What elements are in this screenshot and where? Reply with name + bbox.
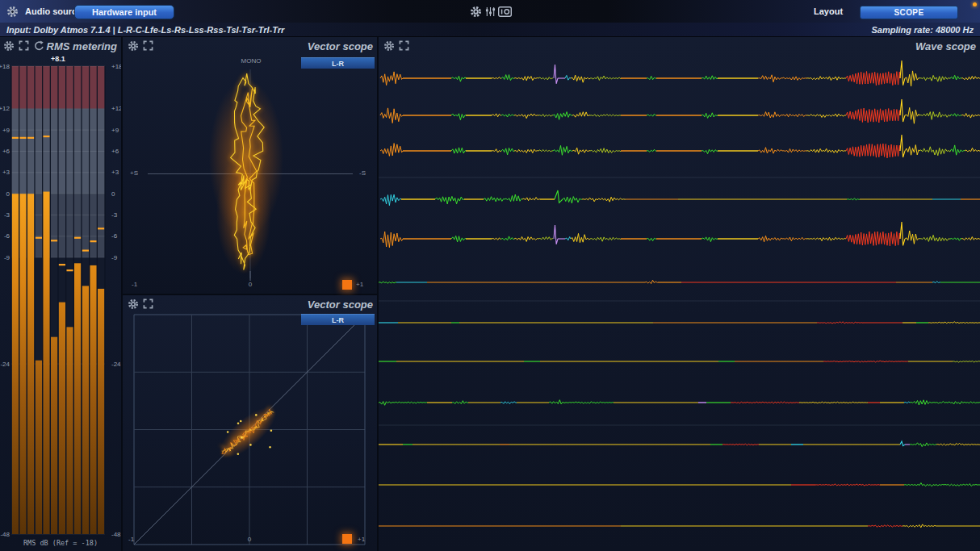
meter-scale-label: 0 xyxy=(6,190,10,198)
meter-scale-label: +12 xyxy=(0,105,10,112)
meter-scale-label: +9 xyxy=(111,127,119,134)
sampling-rate-label: Sampling rate: 48000 Hz xyxy=(871,25,974,35)
meter-scale-label: -3 xyxy=(4,211,10,219)
meter-scale-label: +3 xyxy=(2,169,10,176)
xy-scale-zero: 0 xyxy=(241,536,258,543)
meter-scale-label: -6 xyxy=(111,232,118,240)
meter-bar-C xyxy=(27,194,34,534)
meter-scale-label: +18 xyxy=(111,63,121,70)
peak-marker-Lfe xyxy=(36,237,42,239)
audio-source-label: Audio source xyxy=(25,6,82,16)
peak-marker-Lss xyxy=(59,264,65,265)
waveform-row-Tsl xyxy=(379,400,980,406)
faders-icon[interactable] xyxy=(485,6,496,17)
vs1-mode-button[interactable]: L-R xyxy=(301,57,375,69)
vectorscope-polar-display xyxy=(123,37,377,294)
meter-scale-label: -24 xyxy=(111,361,121,368)
peak-marker-Ls xyxy=(43,136,49,137)
meter-scale-label: +6 xyxy=(2,148,10,155)
meter-bar-Lfe xyxy=(36,361,42,534)
vectorscope-xy-display xyxy=(123,295,377,551)
waveform-row-C xyxy=(380,135,980,158)
waveform-display xyxy=(379,37,980,551)
waveform-row-Tsr xyxy=(379,441,980,447)
meter-bar-Ls xyxy=(43,192,49,534)
meter-scale-label: -3 xyxy=(111,211,118,219)
peak-marker-L xyxy=(12,137,19,139)
peak-marker-Tsl xyxy=(74,237,81,239)
meter-bar-Tsl xyxy=(74,263,81,534)
waveform-row-Ls xyxy=(380,222,980,248)
waveform-row-Lss xyxy=(379,322,980,324)
correlation-indicator xyxy=(342,534,352,544)
hardware-input-button[interactable]: Hardware input xyxy=(74,5,174,19)
meter-scale-label: -24 xyxy=(0,361,10,368)
peak-marker-Rss xyxy=(66,269,73,271)
plus-s-axis-label: +S xyxy=(130,169,138,177)
meter-scale-label: -48 xyxy=(0,531,10,538)
vs2-mode-button[interactable]: L-R xyxy=(301,314,375,325)
xy-scale-plus1: +1 xyxy=(358,536,365,543)
meter-scale-label: +12 xyxy=(111,105,121,112)
top-toolbar: Audio source Hardware input Layout SCOPE xyxy=(0,0,980,23)
meter-bar-R xyxy=(19,194,26,534)
settings-gear-icon[interactable] xyxy=(6,6,19,18)
rms-meter-display: +18+18+12+12+9+9+6+6+3+300-3-3-6-6-9-9-2… xyxy=(0,37,121,551)
waveform-row-Lfe xyxy=(380,190,980,206)
meter-scale-label: -48 xyxy=(111,531,121,538)
meter-scale-label: +6 xyxy=(111,148,119,155)
mono-axis-label: MONO xyxy=(238,57,264,65)
meter-bar-Rss xyxy=(66,327,73,534)
meter-bar-L xyxy=(12,194,19,534)
correlation-indicator xyxy=(342,280,352,290)
peak-marker-Rs xyxy=(51,240,57,241)
meter-bar-Lss xyxy=(59,303,65,534)
scope-button[interactable]: SCOPE xyxy=(860,6,958,19)
waveform-row-Trl xyxy=(379,483,980,486)
analyzer-window: Audio source Hardware input Layout SCOPE… xyxy=(0,0,980,551)
minus-s-axis-label: -S xyxy=(359,169,366,177)
rms-metering-panel: RMS metering +18+18+12+12+9+9+6+6+3+300-… xyxy=(0,37,121,551)
peak-marker-Tsr xyxy=(82,249,89,251)
waveform-row-Rs xyxy=(379,280,980,283)
corr-scale-plus1: +1 xyxy=(356,281,363,288)
peak-marker-Trr xyxy=(98,227,104,229)
io-routing-icon[interactable] xyxy=(498,6,512,17)
waveform-row-Rss xyxy=(379,361,980,362)
meter-scale-label: 0 xyxy=(111,190,115,198)
peak-marker-R xyxy=(19,137,26,139)
meter-scale-label: -9 xyxy=(111,254,118,261)
xy-scale-minus1: -1 xyxy=(128,536,134,543)
vector-scope-polar-panel: Vector scope L-R MONO +S -S -1 0 +1 xyxy=(123,37,377,294)
wave-scope-panel: Wave scope xyxy=(379,37,980,551)
rms-footer-label: RMS dB (Ref = -18) xyxy=(23,539,98,547)
meter-scale-label: -6 xyxy=(4,232,10,240)
meter-scale-label: +18 xyxy=(0,63,10,70)
meter-bar-Tsr xyxy=(82,286,89,534)
peak-marker-C xyxy=(27,137,34,139)
input-format-label: Input: Dolby Atmos 7.1.4 | L-R-C-Lfe-Ls-… xyxy=(6,25,284,35)
status-dot xyxy=(973,2,977,6)
corr-scale-zero: 0 xyxy=(242,281,258,288)
meter-scale-label: -9 xyxy=(4,254,10,261)
peak-marker-Trl xyxy=(90,240,96,242)
meter-bar-Trl xyxy=(90,265,96,534)
vector-scope-xy-panel: Vector scope L-R -1 0 +1 xyxy=(123,295,377,551)
meter-scale-label: +3 xyxy=(111,169,119,176)
corr-scale-minus1: -1 xyxy=(132,281,137,288)
meter-bar-Trr xyxy=(98,289,104,534)
layout-label[interactable]: Layout xyxy=(814,6,843,16)
info-bar: Input: Dolby Atmos 7.1.4 | L-R-C-Lfe-Ls-… xyxy=(0,23,980,37)
meter-bar-Rs xyxy=(51,337,57,534)
waveform-row-Trr xyxy=(379,524,980,528)
waveform-row-L xyxy=(380,61,980,86)
settings-gear-icon[interactable] xyxy=(470,6,482,18)
rms-max-readout: +8.1 xyxy=(51,55,65,63)
waveform-row-R xyxy=(380,99,980,123)
meter-scale-label: +9 xyxy=(2,127,10,134)
